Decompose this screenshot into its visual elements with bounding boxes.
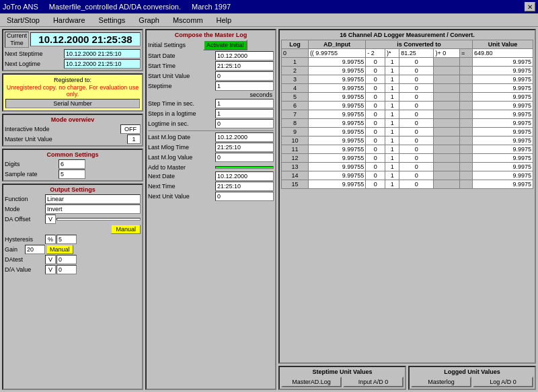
activate-initial-btn[interactable]: Activate Initial	[203, 40, 247, 50]
conv3-5[interactable]: 0	[399, 93, 434, 102]
conv3-12[interactable]: 0	[399, 154, 434, 163]
conv3-14[interactable]: 0	[399, 171, 434, 180]
conv2-4[interactable]: 1	[385, 84, 399, 93]
manual-btn1[interactable]: Manual	[111, 225, 141, 234]
conv1-2[interactable]: 0	[366, 67, 385, 75]
unit-value-0[interactable]: 649.80	[472, 49, 533, 58]
conv3-3[interactable]: 0	[399, 75, 434, 84]
conv1-12[interactable]: 0	[366, 154, 385, 163]
ad-input-3[interactable]: 9.99755	[308, 75, 365, 84]
unit-val-9[interactable]: 9.9975	[472, 128, 533, 136]
start-time-value[interactable]: 21:25:10	[215, 61, 274, 71]
ad-input-14[interactable]: 9.99755	[308, 171, 365, 180]
conv3-6[interactable]: 0	[399, 102, 434, 110]
ad-input-7[interactable]: 9.99755	[308, 110, 365, 119]
conv1-8[interactable]: 0	[366, 119, 385, 128]
formula-mult[interactable]: )*	[385, 49, 399, 58]
step-time-sec-value[interactable]: 1	[215, 99, 274, 108]
conv2-11[interactable]: 1	[385, 145, 399, 154]
log-ad-btn[interactable]: Log A/D 0	[473, 377, 533, 387]
da-value-field[interactable]: 0	[56, 265, 77, 274]
unit-val-2[interactable]: 9.9975	[472, 67, 533, 75]
conv2-9[interactable]: 1	[385, 128, 399, 136]
conv3-1[interactable]: 0	[399, 58, 434, 67]
conv2-1[interactable]: 1	[385, 58, 399, 67]
conv2-3[interactable]: 1	[385, 75, 399, 84]
logtime-sec-value[interactable]: 0	[215, 119, 274, 128]
master-unit-value[interactable]: 1	[127, 134, 141, 144]
conv3-2[interactable]: 0	[399, 67, 434, 75]
da-offset-value[interactable]	[56, 218, 141, 221]
ad-input-8[interactable]: 9.99755	[308, 119, 365, 128]
conv3-9[interactable]: 0	[399, 128, 434, 136]
conv2-5[interactable]: 1	[385, 93, 399, 102]
conv3-10[interactable]: 0	[399, 136, 434, 145]
conv2-14[interactable]: 1	[385, 171, 399, 180]
start-unit-value-field[interactable]: 0	[215, 71, 274, 81]
conv1-11[interactable]: 0	[366, 145, 385, 154]
conv2-6[interactable]: 1	[385, 102, 399, 110]
unit-val-5[interactable]: 9.9975	[472, 93, 533, 102]
ad-input-11[interactable]: 9.99755	[308, 145, 365, 154]
unit-val-1[interactable]: 9.9975	[472, 58, 533, 67]
ad-input-4[interactable]: 9.99755	[308, 84, 365, 93]
conv1-1[interactable]: 0	[366, 58, 385, 67]
conv2-15[interactable]: 1	[385, 180, 399, 189]
masterad-log-btn[interactable]: MasterAD.Log	[281, 377, 342, 387]
formula-start[interactable]: (( 9.99755	[308, 49, 365, 58]
menu-mscomm[interactable]: Mscomm	[169, 15, 207, 25]
menu-graph[interactable]: Graph	[134, 15, 163, 25]
conv3-13[interactable]: 0	[399, 163, 434, 171]
ad-input-5[interactable]: 9.99755	[308, 93, 365, 102]
conv2-2[interactable]: 1	[385, 67, 399, 75]
ad-input-9[interactable]: 9.99755	[308, 128, 365, 136]
ad-input-15[interactable]: 9.99755	[308, 180, 365, 189]
menu-help[interactable]: Help	[213, 15, 236, 25]
conv1-9[interactable]: 0	[366, 128, 385, 136]
conv3-8[interactable]: 0	[399, 119, 434, 128]
sample-rate-value[interactable]: 5	[59, 169, 85, 179]
start-date-value[interactable]: 10.12.2000	[215, 51, 274, 61]
conv1-3[interactable]: 0	[366, 75, 385, 84]
conv2-10[interactable]: 1	[385, 136, 399, 145]
conv3-11[interactable]: 0	[399, 145, 434, 154]
menu-start-stop[interactable]: Start/Stop	[3, 15, 44, 25]
interactive-mode-value[interactable]: OFF	[120, 124, 141, 134]
formula-plus[interactable]: )+ 0	[434, 49, 460, 58]
ad-input-1[interactable]: 9.99755	[308, 58, 365, 67]
ad-input-6[interactable]: 9.99755	[308, 102, 365, 110]
formula-minus[interactable]: - 2	[366, 49, 385, 58]
unit-val-11[interactable]: 9.9975	[472, 145, 533, 154]
conv1-10[interactable]: 0	[366, 136, 385, 145]
gain-value[interactable]: 20	[25, 245, 45, 254]
steptime-value[interactable]: 1	[215, 81, 274, 91]
ad-input-10[interactable]: 9.99755	[308, 136, 365, 145]
unit-val-13[interactable]: 9.9975	[472, 163, 533, 171]
menu-hardware[interactable]: Hardware	[49, 15, 89, 25]
hysteresis-value[interactable]: 5	[56, 235, 77, 244]
mode-value[interactable]: Invert	[45, 204, 141, 214]
conv1-7[interactable]: 0	[366, 110, 385, 119]
conv2-7[interactable]: 1	[385, 110, 399, 119]
ad-input-13[interactable]: 9.99755	[308, 163, 365, 171]
unit-val-4[interactable]: 9.9975	[472, 84, 533, 93]
conv2-13[interactable]: 1	[385, 163, 399, 171]
input-ad-btn[interactable]: Input A/D 0	[343, 377, 404, 387]
add-to-master-value[interactable]	[215, 166, 274, 169]
unit-val-10[interactable]: 9.9975	[472, 136, 533, 145]
conv2-8[interactable]: 1	[385, 119, 399, 128]
conv1-14[interactable]: 0	[366, 171, 385, 180]
conv3-7[interactable]: 0	[399, 110, 434, 119]
conv1-6[interactable]: 0	[366, 102, 385, 110]
unit-val-15[interactable]: 9.9975	[472, 180, 533, 189]
unit-val-8[interactable]: 9.9975	[472, 119, 533, 128]
ad-input-2[interactable]: 9.99755	[308, 67, 365, 75]
conv2-12[interactable]: 1	[385, 154, 399, 163]
formula-val[interactable]: 81.25	[399, 49, 434, 58]
gain-manual-btn[interactable]: Manual	[46, 245, 73, 254]
conv3-15[interactable]: 0	[399, 180, 434, 189]
close-button[interactable]: ✕	[525, 2, 535, 11]
menu-settings[interactable]: Settings	[95, 15, 130, 25]
unit-val-6[interactable]: 9.9975	[472, 102, 533, 110]
digits-value[interactable]: 6	[59, 159, 85, 169]
